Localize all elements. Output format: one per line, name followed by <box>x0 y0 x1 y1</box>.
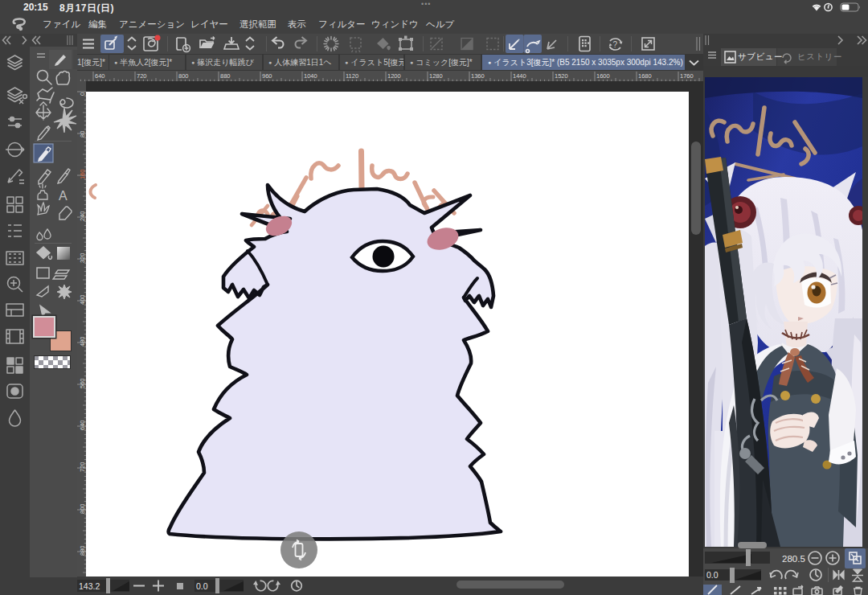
svg-text:1600: 1600 <box>596 72 610 80</box>
svg-text:1280: 1280 <box>429 72 443 80</box>
svg-text:240: 240 <box>79 211 86 221</box>
svg-text:880: 880 <box>220 72 231 80</box>
svg-text:1360: 1360 <box>471 72 485 80</box>
svg-text:0.0: 0.0 <box>196 581 208 591</box>
svg-text:80: 80 <box>79 131 86 137</box>
svg-text:1760: 1760 <box>680 72 694 80</box>
svg-text:720: 720 <box>79 462 86 472</box>
svg-text:160: 160 <box>79 169 86 179</box>
svg-text:560: 560 <box>79 378 86 388</box>
svg-text:1040: 1040 <box>304 72 317 80</box>
svg-text:1200: 1200 <box>387 72 401 80</box>
svg-text:1680: 1680 <box>638 72 652 80</box>
svg-text:800: 800 <box>178 72 189 80</box>
svg-text:A: A <box>59 189 68 203</box>
svg-text:?: ? <box>613 40 618 49</box>
svg-text:640: 640 <box>95 72 105 80</box>
svg-text:0.0: 0.0 <box>706 570 719 580</box>
svg-text:143.2: 143.2 <box>79 581 100 591</box>
svg-text:880: 880 <box>79 545 86 556</box>
svg-text:320: 320 <box>79 252 86 263</box>
svg-text:1120: 1120 <box>346 72 358 80</box>
svg-text:960: 960 <box>262 72 272 80</box>
svg-text:640: 640 <box>79 420 86 430</box>
svg-text:280.5: 280.5 <box>782 554 805 564</box>
svg-text:1440: 1440 <box>513 72 526 80</box>
svg-text:0: 0 <box>79 92 86 96</box>
svg-text:720: 720 <box>137 72 147 80</box>
svg-text:480: 480 <box>79 336 86 347</box>
svg-text:1520: 1520 <box>555 72 568 80</box>
svg-text:400: 400 <box>79 294 86 305</box>
svg-text:800: 800 <box>79 503 86 514</box>
